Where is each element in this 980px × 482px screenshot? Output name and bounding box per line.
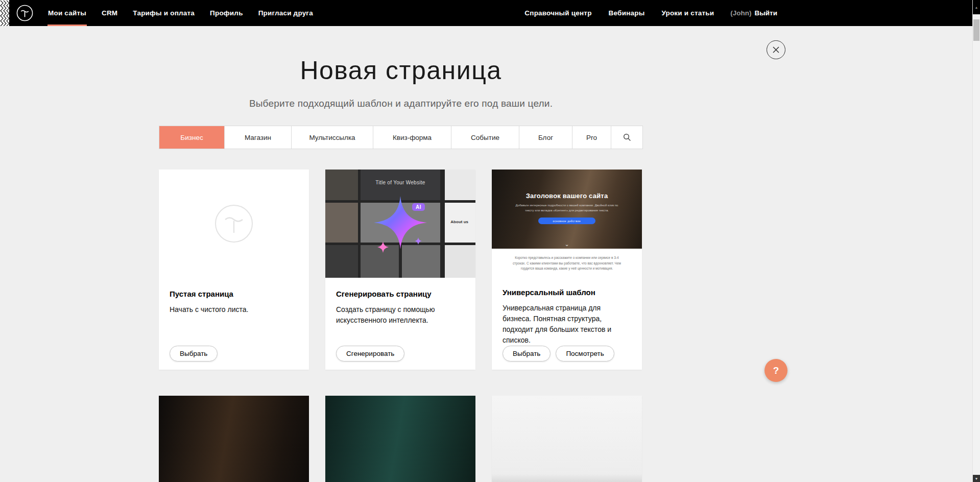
- preview-body-text: Коротко представьтесь и расскажите о ком…: [492, 249, 642, 277]
- template-card-partial: [159, 396, 309, 482]
- tab-pro[interactable]: Pro: [572, 126, 611, 149]
- top-navbar: Мои сайты CRM Тарифы и оплата Профиль Пр…: [0, 0, 980, 26]
- card-title: Универсальный шаблон: [503, 288, 631, 297]
- preview-hero-title: Заголовок вашего сайта: [492, 170, 642, 200]
- template-card-blank-page: Пустая страница Начать с чистого листа. …: [159, 170, 309, 370]
- primary-menu: Мои сайты CRM Тарифы и оплата Профиль Пр…: [47, 0, 328, 26]
- scrollbar-thumb[interactable]: [973, 19, 979, 41]
- new-page-dialog: Новая страница Выберите подходящий шабло…: [159, 56, 643, 482]
- menu-item-crm[interactable]: CRM: [101, 0, 118, 26]
- close-button[interactable]: [767, 40, 785, 59]
- menu-item-webinars[interactable]: Вебинары: [608, 0, 646, 26]
- menu-item-help-center[interactable]: Справочный центр: [524, 0, 592, 26]
- card-description: Универсальная страница для бизнеса. Поня…: [503, 303, 631, 346]
- card-body: Пустая страница Начать с чистого листа. …: [159, 278, 309, 370]
- secondary-menu: Справочный центр Вебинары Уроки и статьи…: [508, 0, 777, 26]
- user-name: (John): [730, 9, 751, 17]
- template-preview-image[interactable]: [159, 396, 309, 482]
- tab-store[interactable]: Магазин: [225, 126, 292, 149]
- vertical-scrollbar: ▲ ▼: [972, 0, 980, 482]
- template-preview-image[interactable]: [325, 396, 475, 482]
- template-preview-image[interactable]: [492, 396, 642, 482]
- scroll-down-arrow[interactable]: ▼: [973, 475, 980, 482]
- card-actions: Сгенерировать: [336, 346, 465, 362]
- view-universal-button[interactable]: Посмотреть: [556, 346, 614, 362]
- select-blank-button[interactable]: Выбрать: [170, 346, 218, 362]
- search-icon: [623, 133, 631, 141]
- template-card-partial: [492, 396, 642, 482]
- page-subtitle: Выберите подходящий шаблон и адаптируйте…: [159, 98, 643, 109]
- blank-page-preview[interactable]: [159, 170, 309, 278]
- search-tab[interactable]: [611, 126, 642, 149]
- tab-event[interactable]: Событие: [451, 126, 519, 149]
- menu-item-lessons[interactable]: Уроки и статьи: [661, 0, 714, 26]
- menu-item-my-sites[interactable]: Мои сайты: [47, 0, 87, 26]
- tab-blog[interactable]: Блог: [519, 126, 572, 149]
- scroll-up-arrow[interactable]: ▲: [973, 0, 980, 14]
- template-cards-row: Пустая страница Начать с чистого листа. …: [159, 170, 643, 370]
- menu-item-profile[interactable]: Профиль: [209, 0, 244, 26]
- ai-sparkle-icon: [325, 170, 475, 278]
- help-button[interactable]: ?: [764, 359, 787, 382]
- card-title: Пустая страница: [170, 290, 298, 298]
- card-title: Сгенерировать страницу: [336, 290, 465, 298]
- chevron-down-icon: ⌄: [492, 241, 642, 248]
- tab-multilink[interactable]: Мультиссылка: [292, 126, 373, 149]
- generate-button[interactable]: Сгенерировать: [336, 346, 404, 362]
- select-universal-button[interactable]: Выбрать: [503, 346, 551, 362]
- close-icon: [772, 46, 780, 54]
- template-card-partial: [325, 396, 475, 482]
- menu-item-invite-friend[interactable]: Пригласи друга: [258, 0, 314, 26]
- logout-link[interactable]: Выйти: [755, 9, 778, 17]
- template-cards-row-partial: [159, 396, 643, 482]
- user-logout[interactable]: (John) Выйти: [730, 9, 777, 17]
- template-category-tabs: Бизнес Магазин Мультиссылка Квиз-форма С…: [159, 126, 643, 149]
- tab-quiz-form[interactable]: Квиз-форма: [373, 126, 451, 149]
- template-card-ai-generate: Title of Your Website About us AI: [325, 170, 475, 370]
- tilda-watermark-icon: [214, 204, 254, 244]
- card-body: Сгенерировать страницу Создать страницу …: [325, 278, 475, 370]
- tab-business[interactable]: Бизнес: [159, 126, 225, 149]
- card-actions: Выбрать: [170, 346, 298, 362]
- tilda-zigzag-pattern: [0, 0, 9, 26]
- universal-preview[interactable]: Заголовок вашего сайта Добавьте интересн…: [492, 170, 642, 249]
- ai-preview[interactable]: Title of Your Website About us AI: [325, 170, 475, 278]
- page-title: Новая страница: [159, 56, 643, 85]
- tilda-logo-icon[interactable]: [16, 4, 34, 22]
- card-actions: Выбрать Посмотреть: [503, 346, 631, 362]
- preview-hero-text: Добавьте интересные подробности о вашей …: [515, 203, 619, 213]
- card-body: Универсальный шаблон Универсальная стран…: [492, 277, 642, 370]
- preview-hero-button: основное действие: [538, 218, 595, 224]
- card-description: Начать с чистого листа.: [170, 304, 298, 315]
- menu-item-pricing[interactable]: Тарифы и оплата: [132, 0, 195, 26]
- template-card-universal: Заголовок вашего сайта Добавьте интересн…: [492, 170, 642, 370]
- card-description: Создать страницу с помощью искусственног…: [336, 304, 465, 326]
